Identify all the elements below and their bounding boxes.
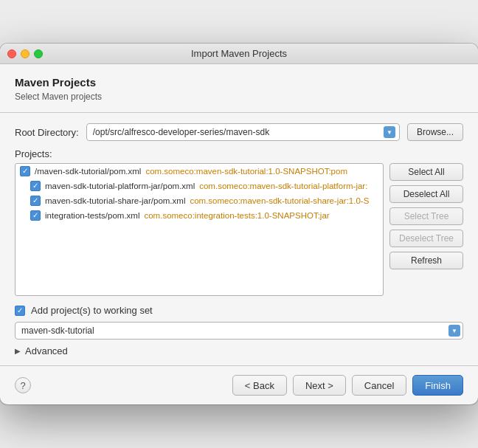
deselect-all-button[interactable]: Deselect All (389, 185, 463, 203)
select-all-button[interactable]: Select All (389, 163, 463, 181)
working-set-dropdown[interactable]: maven-sdk-tutorial (15, 322, 463, 340)
root-directory-label: Root Directory: (15, 127, 79, 138)
dialog-title: Import Maven Projects (191, 48, 287, 59)
working-set-row[interactable]: Add project(s) to working set (15, 305, 463, 316)
side-buttons: Select All Deselect All Select Tree Dese… (389, 163, 463, 296)
list-item[interactable]: maven-sdk-tutorial-platform-jar/pom.xml … (15, 179, 383, 193)
deselect-tree-button[interactable]: Deselect Tree (389, 230, 463, 247)
help-button[interactable]: ? (15, 377, 31, 393)
project-path-1: maven-sdk-tutorial-platform-jar/pom.xml (45, 182, 195, 190)
working-set-checkbox[interactable] (15, 306, 25, 316)
root-directory-row: Root Directory: /opt/src/alfresco-develo… (15, 123, 463, 141)
footer-buttons: < Back Next > Cancel Finish (232, 375, 463, 396)
browse-button[interactable]: Browse... (407, 123, 463, 141)
cancel-button[interactable]: Cancel (352, 375, 406, 396)
list-item[interactable]: /maven-sdk-tutorial/pom.xml com.someco:m… (15, 164, 383, 179)
project-path-0: /maven-sdk-tutorial/pom.xml (35, 167, 141, 176)
header-divider (0, 112, 478, 113)
project-checkbox-3[interactable] (30, 210, 41, 221)
section-title: Maven Projects (15, 76, 463, 89)
minimize-button[interactable] (21, 49, 30, 58)
import-maven-dialog: Import Maven Projects Maven Projects Sel… (0, 44, 478, 404)
back-button[interactable]: < Back (232, 375, 287, 396)
root-directory-dropdown[interactable]: /opt/src/alfresco-developer-series/maven… (86, 123, 400, 141)
footer: ? < Back Next > Cancel Finish (0, 366, 478, 404)
refresh-button[interactable]: Refresh (389, 252, 463, 269)
project-id-1: com.someco:maven-sdk-tutorial-platform-j… (199, 182, 367, 190)
maximize-button[interactable] (34, 49, 43, 58)
project-id-0: com.someco:maven-sdk-tutorial:1.0-SNAPSH… (145, 167, 347, 176)
root-directory-container: /opt/src/alfresco-developer-series/maven… (86, 123, 400, 141)
project-path-2: maven-sdk-tutorial-share-jar/pom.xml (45, 196, 185, 205)
finish-button[interactable]: Finish (412, 375, 463, 396)
list-item[interactable]: maven-sdk-tutorial-share-jar/pom.xml com… (15, 193, 383, 208)
project-checkbox-1[interactable] (30, 181, 41, 191)
titlebar: Import Maven Projects (0, 44, 478, 64)
content-area: Maven Projects Select Maven projects Roo… (0, 64, 478, 366)
project-id-3: com.someco:integration-tests:1.0-SNAPSHO… (144, 211, 329, 220)
working-set-label: Add project(s) to working set (31, 305, 153, 316)
select-tree-button[interactable]: Select Tree (389, 207, 463, 225)
project-path-3: integration-tests/pom.xml (45, 211, 139, 220)
projects-label: Projects: (15, 148, 463, 159)
section-subtitle: Select Maven projects (15, 92, 463, 102)
working-set-dropdown-container: maven-sdk-tutorial (15, 322, 463, 340)
advanced-label: Advanced (25, 345, 68, 356)
projects-list[interactable]: /maven-sdk-tutorial/pom.xml com.someco:m… (15, 163, 384, 296)
titlebar-buttons (7, 49, 43, 58)
project-checkbox-0[interactable] (20, 166, 30, 176)
project-checkbox-2[interactable] (30, 196, 41, 206)
next-button[interactable]: Next > (293, 375, 346, 396)
main-area: /maven-sdk-tutorial/pom.xml com.someco:m… (15, 163, 463, 296)
project-id-2: com.someco:maven-sdk-tutorial-share-jar:… (190, 196, 369, 205)
list-item[interactable]: integration-tests/pom.xml com.someco:int… (15, 208, 383, 223)
advanced-arrow-icon: ▶ (15, 347, 21, 355)
advanced-row[interactable]: ▶ Advanced (15, 345, 463, 356)
close-button[interactable] (7, 49, 16, 58)
